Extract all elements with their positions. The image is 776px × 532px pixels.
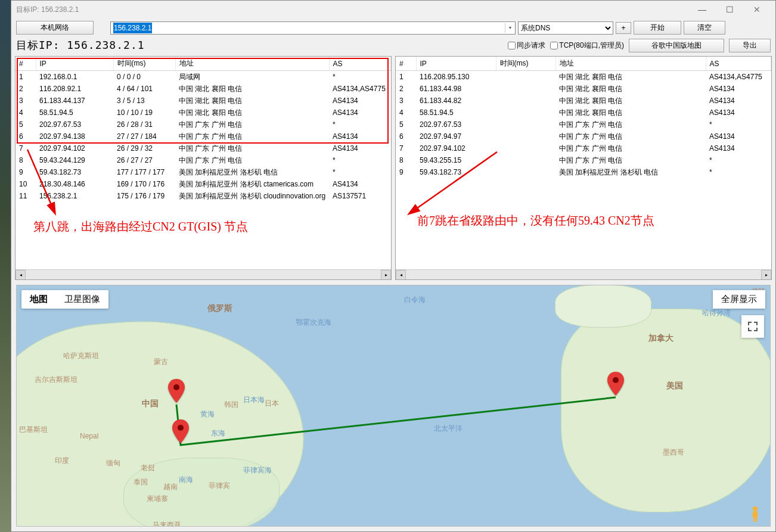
table-row[interactable]: 859.43.244.12926 / 27 / 27中国 广东 广州 电信* (15, 154, 391, 166)
table-row[interactable]: 6202.97.94.13827 / 27 / 184中国 广东 广州 电信AS… (15, 130, 391, 142)
col-time[interactable]: 时间(ms) (496, 57, 555, 71)
map-marker-icon (172, 419, 189, 445)
map-marker-icon (607, 372, 624, 397)
col-as[interactable]: AS (706, 57, 771, 71)
table-row[interactable]: 959.43.182.73美国 加利福尼亚州 洛杉矶 电信* (396, 166, 771, 178)
table-row[interactable]: 859.43.255.15中国 广东 广州 电信* (396, 154, 771, 166)
svg-rect-6 (753, 511, 758, 518)
map-fullscreen-button[interactable]: 全屏显示 (713, 290, 765, 309)
col-addr[interactable]: 地址 (175, 57, 329, 71)
map-tab-satellite[interactable]: 卫星图像 (56, 290, 108, 309)
close-button[interactable]: ✕ (743, 1, 771, 18)
google-cn-map-button[interactable]: 谷歌中国版地图 (629, 39, 724, 52)
desktop-bleed (0, 0, 11, 532)
table-row[interactable]: 10218.30.48.146169 / 170 / 176美国 加利福尼亚州 … (15, 178, 391, 190)
col-hop[interactable]: # (15, 57, 36, 71)
trace-panes: # IP 时间(ms) 地址 AS 1192.168.0.10 / 0 / 0局… (11, 56, 775, 280)
table-row[interactable]: 1116.208.95.130中国 湖北 襄阳 电信AS4134,AS4775 (396, 71, 771, 83)
col-addr[interactable]: 地址 (555, 57, 706, 71)
tcp80-checkbox[interactable]: TCP(80端口,管理员) (550, 41, 624, 51)
svg-point-5 (753, 506, 758, 511)
map-type-toggle: 地图 卫星图像 (21, 290, 108, 309)
table-row[interactable]: 959.43.182.73177 / 177 / 177美国 加利福尼亚州 洛杉… (15, 166, 391, 178)
chevron-down-icon[interactable]: ▾ (505, 23, 514, 33)
table-row[interactable]: 7202.97.94.102中国 广东 广州 电信AS4134 (396, 142, 771, 154)
scroll-left-icon[interactable]: ◂ (396, 270, 406, 280)
left-trace-pane: # IP 时间(ms) 地址 AS 1192.168.0.10 / 0 / 0局… (15, 56, 392, 280)
add-dns-button[interactable]: + (616, 22, 631, 34)
map-expand-icon[interactable] (741, 315, 764, 338)
table-row[interactable]: 7202.97.94.10226 / 29 / 32中国 广东 广州 电信AS4… (15, 142, 391, 154)
target-ip-combobox[interactable]: 156.238.2.1 ▾ (110, 21, 516, 35)
right-trace-scroll[interactable]: # IP 时间(ms) 地址 AS 1116.208.95.130中国 湖北 襄… (396, 57, 771, 269)
svg-point-4 (613, 377, 619, 383)
local-network-button[interactable]: 本机网络 (16, 21, 94, 35)
maximize-button[interactable]: ☐ (716, 1, 743, 18)
window-title: 目标IP: 156.238.2.1 (16, 5, 79, 15)
svg-point-2 (173, 384, 179, 390)
left-trace-table: # IP 时间(ms) 地址 AS 1192.168.0.10 / 0 / 0局… (15, 57, 391, 202)
titlebar: 目标IP: 156.238.2.1 — ☐ ✕ (11, 1, 775, 18)
pegman-icon[interactable] (746, 505, 764, 522)
table-row[interactable]: 261.183.44.98中国 湖北 襄阳 电信AS4134 (396, 83, 771, 95)
target-label: 目标IP: 156.238.2.1 (16, 38, 145, 52)
app-window: 目标IP: 156.238.2.1 — ☐ ✕ 本机网络 156.238.2.1… (11, 0, 776, 532)
toolbar-secondary: 目标IP: 156.238.2.1 同步请求 TCP(80端口,管理员) 谷歌中… (11, 37, 775, 56)
map-route (17, 285, 770, 526)
left-annotation: 第八跳，出海路由经过CN2 GT(GIS) 节点 (33, 219, 248, 235)
map-marker-icon (168, 379, 185, 405)
start-button[interactable]: 开始 (634, 21, 681, 35)
toolbar-main: 本机网络 156.238.2.1 ▾ 系统DNS + 开始 清空 (11, 18, 775, 37)
table-row[interactable]: 1192.168.0.10 / 0 / 0局域网* (15, 71, 391, 83)
right-hscrollbar[interactable]: ◂ ▸ (396, 269, 771, 279)
col-hop[interactable]: # (396, 57, 416, 71)
export-button[interactable]: 导出 (729, 39, 771, 52)
col-ip[interactable]: IP (36, 57, 113, 71)
map-tab-map[interactable]: 地图 (21, 290, 56, 309)
right-trace-pane: # IP 时间(ms) 地址 AS 1116.208.95.130中国 湖北 襄… (395, 56, 772, 280)
svg-rect-7 (753, 518, 755, 522)
table-row[interactable]: 458.51.94.5中国 湖北 襄阳 电信AS4134 (396, 107, 771, 119)
scroll-left-icon[interactable]: ◂ (15, 270, 26, 280)
scroll-right-icon[interactable]: ▸ (381, 270, 391, 280)
col-time[interactable]: 时间(ms) (113, 57, 175, 71)
right-annotation: 前7跳在省级路由中，没有任何59.43 CN2节点 (417, 213, 654, 229)
scroll-right-icon[interactable]: ▸ (761, 270, 771, 280)
svg-rect-8 (756, 518, 758, 522)
table-row[interactable]: 5202.97.67.5326 / 28 / 31中国 广东 广州 电信* (15, 119, 391, 130)
left-hscrollbar[interactable]: ◂ ▸ (15, 269, 391, 279)
table-row[interactable]: 6202.97.94.97中国 广东 广州 电信AS4134 (396, 130, 771, 142)
col-as[interactable]: AS (329, 57, 390, 71)
dns-select[interactable]: 系统DNS (518, 21, 613, 35)
table-row[interactable]: 458.51.94.510 / 10 / 19中国 湖北 襄阳 电信AS4134 (15, 107, 391, 119)
table-row[interactable]: 2116.208.92.14 / 64 / 101中国 湖北 襄阳 电信AS41… (15, 83, 391, 95)
col-ip[interactable]: IP (416, 57, 496, 71)
sync-request-checkbox[interactable]: 同步请求 (508, 41, 545, 51)
map-panel[interactable]: 白令海 鄂霍次克海 日本海 黄海 东海 南海 菲律宾海 北太平洋 哈得孙湾 中国… (16, 285, 771, 527)
table-row[interactable]: 5202.97.67.53中国 广东 广州 电信* (396, 119, 771, 130)
minimize-button[interactable]: — (688, 1, 716, 18)
table-row[interactable]: 361.183.44.82中国 湖北 襄阳 电信AS4134 (396, 95, 771, 107)
left-trace-scroll[interactable]: # IP 时间(ms) 地址 AS 1192.168.0.10 / 0 / 0局… (15, 57, 391, 269)
target-ip-value: 156.238.2.1 (113, 23, 152, 33)
table-row[interactable]: 11156.238.2.1175 / 176 / 179美国 加利福尼亚州 洛杉… (15, 190, 391, 202)
table-row[interactable]: 361.183.44.1373 / 5 / 13中国 湖北 襄阳 电信AS413… (15, 95, 391, 107)
svg-point-3 (178, 425, 184, 431)
clear-button[interactable]: 清空 (684, 21, 725, 35)
right-trace-table: # IP 时间(ms) 地址 AS 1116.208.95.130中国 湖北 襄… (396, 57, 771, 178)
